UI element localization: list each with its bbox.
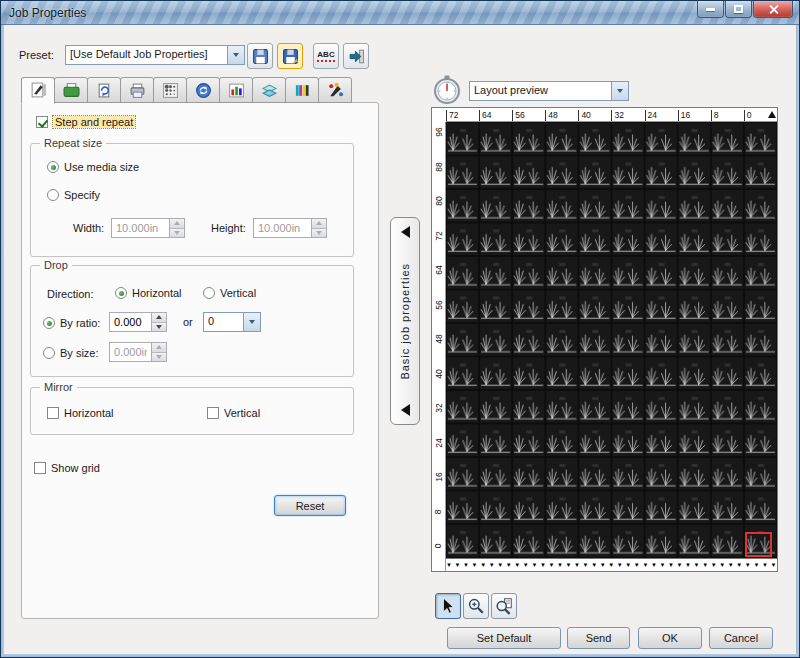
tiled-jobs-image[interactable]: [446, 122, 777, 558]
mirror-vertical-label[interactable]: Vertical: [224, 407, 260, 419]
direction-horizontal-radio[interactable]: Horizontal: [115, 286, 182, 300]
specify-radio[interactable]: Specify: [47, 188, 100, 202]
layers-icon: [260, 82, 279, 99]
checkbox-icon[interactable]: [47, 407, 59, 419]
tab-10[interactable]: [318, 77, 352, 103]
tab-8[interactable]: [252, 77, 286, 103]
by-ratio-spinner[interactable]: [109, 312, 167, 332]
by-size-label[interactable]: By size:: [60, 347, 99, 359]
height-spin-up: [312, 219, 326, 228]
set-default-label: Set Default: [477, 632, 531, 644]
by-ratio-spin-down[interactable]: [152, 322, 166, 332]
zoom-tool-button[interactable]: [463, 593, 489, 619]
by-ratio-spin-up[interactable]: [152, 313, 166, 322]
basic-job-properties-tab[interactable]: Basic job properties: [390, 217, 420, 425]
tab-2[interactable]: [54, 77, 88, 103]
maximize-icon: [734, 5, 743, 13]
collapse-arrow-bottom-icon[interactable]: [401, 404, 410, 416]
ok-button[interactable]: OK: [638, 627, 702, 649]
tab-1[interactable]: [21, 77, 55, 104]
collapse-arrow-top-icon[interactable]: [401, 226, 410, 238]
preset-dropdown-arrow-icon[interactable]: [227, 46, 244, 64]
rename-preset-button[interactable]: ABC: [313, 43, 339, 69]
rename-abc-icon: ABC: [317, 50, 334, 62]
mirror-vertical-checkbox[interactable]: Vertical: [207, 406, 260, 420]
tab-4[interactable]: [120, 77, 154, 103]
by-ratio-radio[interactable]: By ratio:: [43, 316, 100, 330]
tab-5[interactable]: [153, 77, 187, 103]
or-label: or: [183, 316, 193, 328]
set-default-button[interactable]: Set Default: [447, 627, 561, 649]
radio-icon[interactable]: [43, 347, 55, 359]
step-and-repeat-checkbox[interactable]: Step and repeat: [36, 115, 135, 129]
job-properties-window: Job Properties Preset: [Use Default Job …: [0, 0, 800, 658]
by-size-spinner: [109, 342, 167, 362]
use-media-size-label[interactable]: Use media size: [64, 161, 139, 173]
tab-3[interactable]: [87, 77, 121, 103]
drop-count-value: 0: [204, 313, 243, 331]
cancel-button[interactable]: Cancel: [709, 627, 773, 649]
checkbox-icon[interactable]: [34, 462, 46, 474]
drop-count-arrow-icon[interactable]: [243, 313, 260, 331]
width-spin-up: [170, 219, 184, 228]
ruler-label: 56: [434, 300, 444, 309]
preview-canvas[interactable]: ▼▼▼▼▼▼▼▼▼▼▼▼▼▼▼▼▼▼▼▼▼▼▼▼▼▼▼▼▼▼▼▼▼▼▼▼▼▼▼▼…: [446, 122, 777, 571]
inspect-tool-button[interactable]: [491, 593, 517, 619]
use-media-size-radio[interactable]: Use media size: [47, 160, 139, 174]
show-grid-checkbox[interactable]: Show grid: [34, 461, 100, 475]
minimize-button[interactable]: [697, 1, 724, 18]
checkbox-checked-icon[interactable]: [36, 116, 48, 128]
radio-selected-icon[interactable]: [43, 317, 55, 329]
ruler-label-cell: 72: [432, 226, 445, 261]
tab-7[interactable]: [219, 77, 253, 103]
titlebar[interactable]: Job Properties: [1, 1, 799, 25]
cut-marks-strip: ▼▼▼▼▼▼▼▼▼▼▼▼▼▼▼▼▼▼▼▼▼▼▼▼▼▼▼▼▼▼▼▼▼▼▼▼▼▼▼▼…: [446, 558, 777, 571]
reset-label: Reset: [296, 500, 325, 512]
ruler-label: 48: [434, 334, 444, 343]
direction-vertical-radio[interactable]: Vertical: [203, 286, 256, 300]
density-pen-icon: [29, 82, 48, 99]
maximize-button[interactable]: [725, 1, 752, 18]
preview-mode-arrow-icon[interactable]: [611, 82, 628, 100]
radio-selected-icon[interactable]: [47, 161, 59, 173]
drop-count-select[interactable]: 0: [203, 312, 261, 332]
export-preset-button[interactable]: [343, 43, 369, 69]
by-size-radio[interactable]: By size:: [43, 346, 99, 360]
tab-6[interactable]: [186, 77, 220, 103]
reset-button[interactable]: Reset: [274, 495, 346, 516]
preview-mode-select[interactable]: Layout preview: [469, 81, 629, 101]
repeat-size-title: Repeat size: [40, 137, 106, 149]
height-spinner: [253, 218, 327, 238]
mirror-horizontal-label[interactable]: Horizontal: [64, 407, 114, 419]
media-icon: [62, 82, 81, 99]
radio-icon[interactable]: [47, 189, 59, 201]
cancel-label: Cancel: [724, 632, 758, 644]
direction-vertical-label[interactable]: Vertical: [220, 287, 256, 299]
send-button[interactable]: Send: [567, 627, 630, 649]
tab-9[interactable]: [285, 77, 319, 103]
by-ratio-label[interactable]: By ratio:: [60, 317, 100, 329]
close-button[interactable]: [753, 1, 793, 18]
ruler-label: 8: [433, 509, 443, 514]
show-grid-label[interactable]: Show grid: [51, 462, 100, 474]
selected-tile-rectangle[interactable]: [745, 532, 772, 557]
mirror-horizontal-checkbox[interactable]: Horizontal: [47, 406, 114, 420]
ruler-label-cell: 56: [432, 295, 445, 330]
ruler-label: 72: [434, 231, 444, 240]
step-and-repeat-label[interactable]: Step and repeat: [53, 116, 135, 128]
preset-select[interactable]: [Use Default Job Properties]: [65, 45, 245, 65]
width-label: Width:: [73, 222, 104, 234]
zoom-in-icon: [467, 597, 485, 615]
direction-horizontal-label[interactable]: Horizontal: [132, 287, 182, 299]
direction-label: Direction:: [47, 288, 93, 300]
window-title: Job Properties: [9, 6, 86, 20]
horizontal-ruler: 726456484032241680: [446, 108, 777, 122]
save-preset-button[interactable]: [247, 43, 273, 69]
specify-label[interactable]: Specify: [64, 189, 100, 201]
radio-icon[interactable]: [203, 287, 215, 299]
checkbox-icon[interactable]: [207, 407, 219, 419]
save-preset-as-button[interactable]: [277, 43, 303, 69]
pointer-tool-button[interactable]: [435, 593, 461, 619]
by-ratio-input[interactable]: [110, 313, 151, 331]
radio-selected-icon[interactable]: [115, 287, 127, 299]
